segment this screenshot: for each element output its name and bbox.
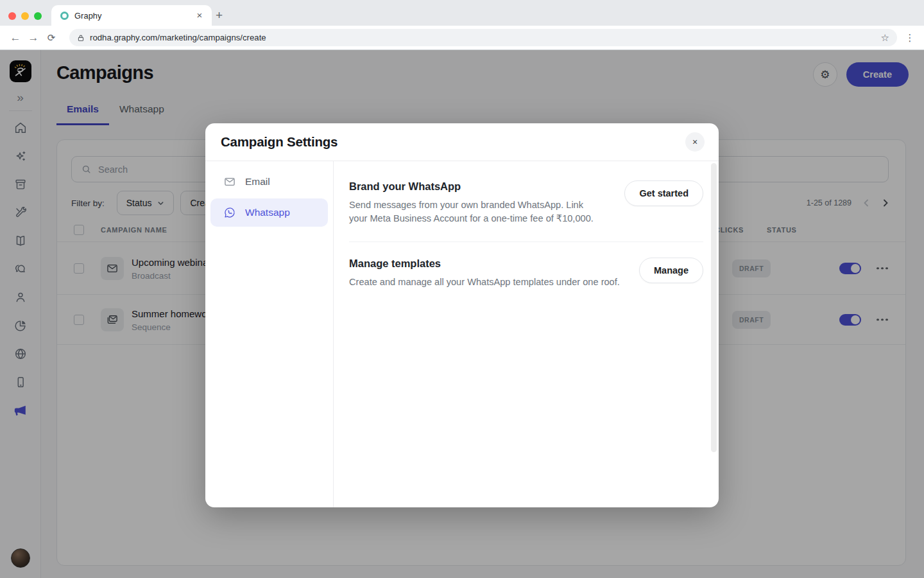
forward-icon[interactable]: →: [24, 31, 42, 44]
window-controls: [8, 12, 42, 20]
modal-nav-email[interactable]: Email: [210, 168, 328, 196]
modal-scrollbar[interactable]: [711, 163, 717, 452]
modal-nav-email-label: Email: [245, 176, 270, 188]
browser-menu-icon[interactable]: ⋮: [902, 32, 918, 44]
browser-toolbar: ← → ⟳ rodha.graphy.com/marketing/campaig…: [0, 26, 924, 50]
manage-templates-section: Manage templates Create and manage all y…: [349, 258, 703, 289]
modal-nav-whatsapp[interactable]: Whatsapp: [210, 198, 328, 227]
tab-strip: Graphy × +: [0, 0, 924, 26]
email-icon: [223, 175, 236, 188]
get-started-button[interactable]: Get started: [624, 180, 703, 206]
reload-icon[interactable]: ⟳: [42, 32, 60, 44]
modal-title: Campaign Settings: [221, 134, 685, 150]
section-heading: Manage templates: [349, 258, 620, 270]
browser-tab[interactable]: Graphy ×: [51, 5, 212, 26]
manage-button[interactable]: Manage: [639, 258, 703, 283]
back-icon[interactable]: ←: [6, 31, 24, 44]
window-close-button[interactable]: [8, 12, 16, 20]
tab-close-icon[interactable]: ×: [194, 10, 205, 21]
campaign-settings-modal: Campaign Settings × Email Whatsapp Brand…: [205, 123, 719, 507]
browser-chrome: Graphy × + ← → ⟳ rodha.graphy.com/market…: [0, 0, 924, 50]
whatsapp-icon: [223, 206, 236, 219]
lock-icon: [77, 34, 85, 42]
bookmark-star-icon[interactable]: ☆: [881, 32, 889, 44]
window-minimize-button[interactable]: [21, 12, 29, 20]
url-text: rodha.graphy.com/marketing/campaigns/cre…: [90, 33, 881, 42]
tab-title: Graphy: [74, 11, 194, 21]
graphy-favicon-icon: [60, 12, 69, 20]
section-divider: [349, 241, 703, 242]
section-heading: Brand your WhatsApp: [349, 180, 599, 193]
section-description: Send messages from your own branded What…: [349, 198, 599, 225]
url-bar[interactable]: rodha.graphy.com/marketing/campaigns/cre…: [69, 29, 897, 46]
modal-nav: Email Whatsapp: [205, 161, 334, 507]
close-icon: ×: [692, 137, 697, 147]
new-tab-button[interactable]: +: [216, 9, 223, 21]
section-description: Create and manage all your WhatsApp temp…: [349, 276, 620, 289]
app-window: » Campaigns ⚙ Create Emails Whatsapp: [0, 50, 924, 578]
modal-nav-whatsapp-label: Whatsapp: [245, 207, 290, 218]
modal-content: Brand your WhatsApp Send messages from y…: [334, 161, 719, 507]
modal-close-button[interactable]: ×: [685, 132, 705, 152]
window-zoom-button[interactable]: [34, 12, 42, 20]
brand-whatsapp-section: Brand your WhatsApp Send messages from y…: [349, 180, 703, 225]
